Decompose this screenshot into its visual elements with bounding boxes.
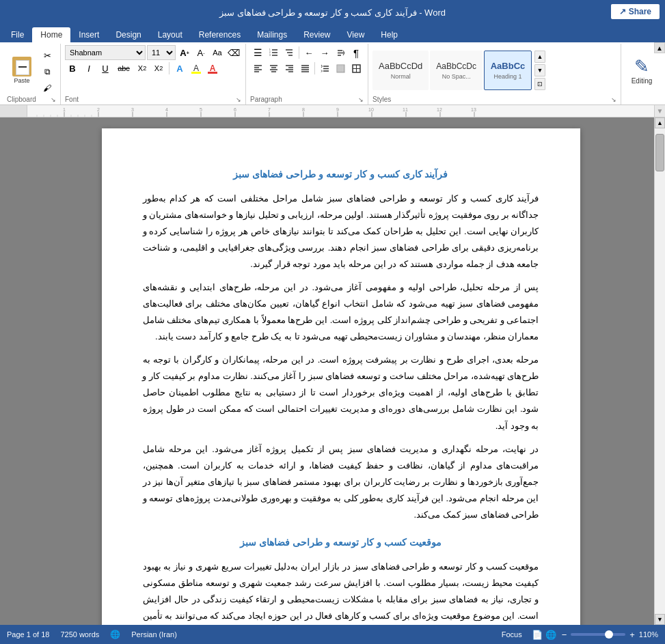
tab-home[interactable]: Home bbox=[32, 27, 70, 42]
document-container[interactable]: فرآیند کاری کسب و کار توسعه و طراحی فضاه… bbox=[27, 117, 654, 625]
zoom-slider[interactable] bbox=[571, 633, 625, 636]
align-left-button[interactable] bbox=[250, 61, 265, 76]
style-normal[interactable]: AaBbCcDd Normal bbox=[372, 51, 429, 90]
italic-button[interactable]: I bbox=[81, 61, 96, 76]
show-paragraph-button[interactable]: ¶ bbox=[349, 45, 364, 60]
tab-insert[interactable]: Insert bbox=[70, 27, 107, 42]
svg-text:7: 7 bbox=[268, 107, 271, 112]
zoom-level: 110% bbox=[639, 630, 658, 639]
style-heading1[interactable]: AaBbCc Heading 1 bbox=[484, 51, 532, 90]
status-bar: Page 1 of 18 7250 words 🌐 Persian (Iran)… bbox=[0, 625, 665, 644]
styles-scroll-down-button[interactable]: ▼ bbox=[534, 64, 545, 76]
align-center-button[interactable] bbox=[266, 61, 281, 76]
scrollbar-track bbox=[655, 128, 665, 614]
svg-text:5: 5 bbox=[200, 107, 202, 112]
clear-format-button[interactable]: ⌫ bbox=[226, 45, 241, 60]
style-normal-label: Normal bbox=[391, 73, 411, 80]
styles-more-button[interactable]: ⊡ bbox=[534, 78, 545, 90]
ruler: 1 2 3 4 5 6 7 8 9 10 11 12 13 bbox=[0, 105, 665, 117]
status-left: Page 1 of 18 7250 words 🌐 Persian (Iran) bbox=[7, 630, 177, 639]
clipboard-group-label: Clipboard bbox=[7, 96, 36, 103]
paragraph-group: ☰ 123 ← → ¶ bbox=[246, 44, 368, 104]
bold-button[interactable]: B bbox=[65, 61, 80, 76]
print-view-button[interactable]: 📄 bbox=[532, 630, 543, 640]
word-count: 7250 words bbox=[60, 630, 99, 639]
focus-button[interactable]: Focus bbox=[498, 629, 526, 640]
document-heading2: موقعیت کسب و کار توسعه و طراحی فضاهای سب… bbox=[143, 534, 539, 552]
tab-layout[interactable]: Layout bbox=[150, 27, 191, 42]
document-para5: موقعیت کسب و کار توسعه و طراحی فضاهای سب… bbox=[143, 559, 539, 625]
styles-scroll-up-button[interactable]: ▲ bbox=[534, 51, 545, 63]
paragraph-expand-icon[interactable]: ↘ bbox=[358, 96, 364, 103]
highlight-button[interactable]: A bbox=[189, 61, 204, 76]
strikethrough-button[interactable]: abc bbox=[114, 61, 133, 76]
svg-text:11: 11 bbox=[403, 107, 408, 112]
borders-button[interactable] bbox=[349, 61, 364, 76]
clipboard-expand-icon[interactable]: ↘ bbox=[51, 96, 56, 103]
tab-file[interactable]: File bbox=[3, 27, 32, 42]
tab-review[interactable]: Review bbox=[295, 27, 338, 42]
tab-mailings[interactable]: Mailings bbox=[249, 27, 295, 42]
change-case-button[interactable]: Aa bbox=[210, 45, 225, 60]
shading-button[interactable] bbox=[333, 61, 348, 76]
svg-text:2: 2 bbox=[97, 107, 100, 112]
svg-text:3: 3 bbox=[131, 107, 134, 112]
decrease-font-button[interactable]: A- bbox=[193, 45, 208, 60]
bullets-button[interactable]: ☰ bbox=[250, 45, 265, 60]
scrollbar-down-button[interactable]: ▼ bbox=[655, 614, 665, 625]
page-info: Page 1 of 18 bbox=[7, 630, 49, 639]
styles-expand-icon[interactable]: ↘ bbox=[611, 96, 616, 103]
justify-button[interactable] bbox=[297, 61, 312, 76]
svg-text:12: 12 bbox=[437, 107, 442, 112]
app-title: فرآیند کاری کسب و کار توسعه و طراحی فضاه… bbox=[0, 8, 665, 18]
ribbon-collapse-button[interactable]: ▲ bbox=[654, 42, 665, 53]
document-para2: پس از مرحله تحلیل، طراحی اولیه و مفهومی … bbox=[143, 279, 539, 345]
clipboard-group: Paste ✂ ⧉ 🖌 Clipboard ↘ bbox=[3, 44, 61, 104]
numbering-button[interactable]: 123 bbox=[266, 45, 281, 60]
font-name-select[interactable]: Shabnam bbox=[65, 45, 146, 60]
editing-button[interactable]: ✎ Editing bbox=[627, 53, 657, 87]
ruler-toggle-button[interactable]: ▼ bbox=[654, 105, 665, 117]
tab-references[interactable]: References bbox=[191, 27, 249, 42]
underline-button[interactable]: U bbox=[98, 61, 113, 76]
increase-font-button[interactable]: A+ bbox=[177, 45, 192, 60]
align-right-button[interactable] bbox=[282, 61, 297, 76]
tab-view[interactable]: View bbox=[339, 27, 373, 42]
document-para4: در نهایت، مرحله نگهداری و مدیریت فضاهای … bbox=[143, 441, 539, 523]
zoom-thumb[interactable] bbox=[605, 630, 613, 639]
subscript-button[interactable]: X2 bbox=[135, 61, 150, 76]
share-button[interactable]: ↗ Share bbox=[611, 4, 660, 19]
font-size-select[interactable]: 11 bbox=[147, 45, 176, 60]
web-view-button[interactable]: 🌐 bbox=[545, 630, 556, 640]
sort-button[interactable] bbox=[333, 45, 348, 60]
svg-rect-31 bbox=[337, 65, 344, 72]
style-no-spacing[interactable]: AaBbCcDc No Spac... bbox=[430, 51, 483, 90]
scrollbar-up-button[interactable]: ▲ bbox=[655, 117, 665, 128]
font-group-label: Font bbox=[65, 96, 79, 103]
font-expand-icon[interactable]: ↘ bbox=[236, 96, 241, 103]
paragraph-group-label: Paragraph bbox=[250, 96, 282, 103]
zoom-in-button[interactable]: + bbox=[629, 630, 635, 640]
superscript-button[interactable]: X2 bbox=[151, 61, 166, 76]
document-page: فرآیند کاری کسب و کار توسعه و طراحی فضاه… bbox=[102, 128, 580, 625]
format-painter-button[interactable]: 🖌 bbox=[38, 81, 56, 96]
language-icon: 🌐 bbox=[110, 630, 120, 639]
cut-button[interactable]: ✂ bbox=[38, 48, 56, 63]
multilevel-list-button[interactable] bbox=[282, 45, 297, 60]
font-color-button[interactable]: A bbox=[205, 61, 220, 76]
text-effects-button[interactable]: A bbox=[172, 61, 187, 76]
tab-help[interactable]: Help bbox=[372, 27, 406, 42]
style-normal-preview: AaBbCcDd bbox=[379, 61, 422, 71]
decrease-indent-button[interactable]: ← bbox=[301, 45, 316, 60]
share-icon: ↗ bbox=[619, 7, 626, 16]
style-no-spacing-preview: AaBbCcDc bbox=[436, 61, 476, 71]
paste-button[interactable]: Paste bbox=[7, 55, 37, 85]
zoom-out-button[interactable]: − bbox=[562, 630, 567, 640]
increase-indent-button[interactable]: → bbox=[317, 45, 332, 60]
editing-label: Editing bbox=[632, 77, 653, 85]
scrollbar-thumb[interactable] bbox=[655, 134, 664, 171]
tab-design[interactable]: Design bbox=[107, 27, 149, 42]
svg-text:9: 9 bbox=[336, 107, 339, 112]
copy-button[interactable]: ⧉ bbox=[38, 64, 56, 79]
line-spacing-button[interactable] bbox=[317, 61, 332, 76]
